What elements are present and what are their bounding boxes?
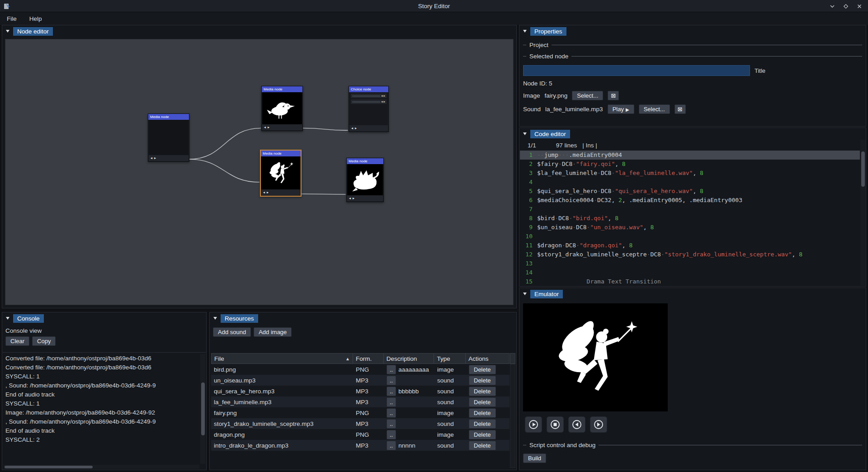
menu-file[interactable]: File bbox=[7, 15, 17, 22]
table-row[interactable]: dragon.pngPNG..imageDelete bbox=[211, 429, 509, 440]
code-line-15[interactable]: 15 Drama Text Transition bbox=[520, 277, 860, 286]
collapse-icon[interactable] bbox=[523, 132, 527, 136]
code-line-13[interactable]: 13 bbox=[520, 259, 860, 268]
code-line-6[interactable]: 6$mediaChoice0004·DC32, 2, .mediaEntry00… bbox=[520, 196, 860, 205]
graph-node-start[interactable]: Media node◂▸ bbox=[148, 113, 189, 162]
media-forward-icon[interactable]: ▸ bbox=[267, 190, 269, 194]
code-line-5[interactable]: 5$qui_sera_le_hero·DC8·"qui_sera_le_hero… bbox=[520, 187, 860, 196]
console-vscrollbar[interactable] bbox=[200, 354, 205, 464]
code-line-7[interactable]: 7 bbox=[520, 205, 860, 214]
add-sound-button[interactable]: Add sound bbox=[213, 327, 251, 337]
media-forward-icon[interactable]: ▸ bbox=[268, 125, 269, 129]
resources-vscrollbar[interactable] bbox=[510, 364, 515, 468]
collapse-icon[interactable] bbox=[5, 316, 10, 321]
delete-button[interactable]: Delete bbox=[469, 397, 496, 407]
build-button[interactable]: Build bbox=[523, 453, 546, 463]
table-row[interactable]: qui_sera_le_hero.mp3MP3..bbbbbbsoundDele… bbox=[211, 386, 509, 396]
code-vscroll-thumb[interactable] bbox=[861, 151, 865, 187]
choice-option-row[interactable]: ◂▸ bbox=[351, 94, 387, 98]
code-line-3[interactable]: 3$la_fee_luminelle·DC8·"la_fee_luminelle… bbox=[520, 169, 860, 178]
collapse-icon[interactable] bbox=[523, 292, 527, 296]
collapse-icon[interactable] bbox=[213, 316, 217, 321]
description-edit-button[interactable]: .. bbox=[387, 365, 396, 374]
stop-button[interactable] bbox=[547, 416, 564, 433]
table-row[interactable]: fairy.pngPNG..imageDelete bbox=[211, 407, 509, 418]
description-edit-button[interactable]: .. bbox=[387, 419, 396, 429]
description-edit-button[interactable]: .. bbox=[387, 441, 396, 450]
delete-button[interactable]: Delete bbox=[469, 387, 496, 396]
add-image-button[interactable]: Add image bbox=[254, 327, 292, 337]
menu-help[interactable]: Help bbox=[29, 15, 42, 22]
media-back-icon[interactable]: ◂ bbox=[381, 94, 383, 98]
code-vscrollbar[interactable] bbox=[860, 140, 865, 286]
code-line-4[interactable]: 4 bbox=[520, 178, 860, 187]
node-editor-title[interactable]: Node editor bbox=[13, 27, 53, 36]
description-edit-button[interactable]: .. bbox=[387, 376, 396, 385]
delete-button[interactable]: Delete bbox=[469, 430, 496, 439]
description-edit-button[interactable]: .. bbox=[387, 397, 396, 407]
console-log[interactable]: Converted file: /home/anthony/ostproj/ba… bbox=[3, 352, 206, 469]
table-row[interactable]: intro_drako_le_dragon.mp3MP3..nnnnnsound… bbox=[211, 440, 509, 451]
column-header-actions[interactable]: Actions bbox=[466, 354, 509, 363]
copy-button[interactable]: Copy bbox=[32, 336, 56, 346]
description-edit-button[interactable]: .. bbox=[387, 408, 396, 418]
delete-button[interactable]: Delete bbox=[469, 441, 496, 450]
code-line-8[interactable]: 8$bird·DC8·"bird.qoi", 8 bbox=[520, 214, 860, 223]
console-vscroll-thumb[interactable] bbox=[201, 382, 205, 435]
code-lines[interactable]: 1--jump···.mediaEntry00042$fairy·DC8·"fa… bbox=[520, 151, 860, 286]
column-header-file[interactable]: File ▲ bbox=[212, 354, 353, 363]
delete-button[interactable]: Delete bbox=[469, 408, 496, 418]
step-forward-button[interactable] bbox=[590, 416, 607, 433]
graph-node-choice[interactable]: Choice node◂▸◂▸◂▸ bbox=[349, 86, 389, 132]
column-header-type[interactable]: Type bbox=[434, 354, 466, 363]
maximize-button[interactable] bbox=[843, 3, 849, 9]
console-hscroll-thumb[interactable] bbox=[5, 466, 93, 468]
code-line-12[interactable]: 12$story1_drako_luminelle_sceptre·DC8·"s… bbox=[520, 250, 860, 259]
code-line-9[interactable]: 9$un_oiseau·DC8·"un_oiseau.wav", 8 bbox=[520, 223, 860, 232]
delete-button[interactable]: Delete bbox=[469, 376, 496, 385]
collapse-icon[interactable] bbox=[5, 29, 10, 33]
sound-clear-button[interactable]: ⊠ bbox=[675, 104, 686, 114]
media-back-icon[interactable]: ◂ bbox=[349, 196, 351, 200]
table-row[interactable]: la_fee_luminelle.mp3MP3..soundDelete bbox=[211, 396, 509, 407]
code-line-1[interactable]: 1--jump···.mediaEntry0004 bbox=[520, 151, 860, 160]
media-forward-icon[interactable]: ▸ bbox=[355, 126, 357, 130]
delete-button[interactable]: Delete bbox=[469, 365, 496, 374]
graph-node-bird[interactable]: Media node◂▸ bbox=[261, 86, 303, 131]
clear-button[interactable]: Clear bbox=[5, 336, 29, 346]
media-forward-icon[interactable]: ▸ bbox=[154, 156, 156, 160]
play-button[interactable] bbox=[525, 416, 542, 433]
code-line-10[interactable]: 10 bbox=[520, 232, 860, 241]
image-clear-button[interactable]: ⊠ bbox=[608, 91, 619, 100]
resources-title[interactable]: Resources bbox=[221, 314, 258, 323]
code-line-11[interactable]: 11$dragon·DC8·"dragon.qoi", 8 bbox=[520, 241, 860, 250]
sound-play-button[interactable]: Play▶ bbox=[608, 104, 634, 114]
code-editor-title[interactable]: Code editor bbox=[530, 130, 570, 138]
column-header-form[interactable]: Form. bbox=[353, 354, 384, 363]
description-edit-button[interactable]: .. bbox=[387, 430, 396, 439]
media-forward-icon[interactable]: ▸ bbox=[353, 196, 354, 200]
column-header-description[interactable]: Description bbox=[384, 354, 434, 363]
media-back-icon[interactable]: ◂ bbox=[381, 100, 383, 104]
media-back-icon[interactable]: ◂ bbox=[264, 125, 266, 129]
media-forward-icon[interactable]: ▸ bbox=[383, 100, 385, 104]
code-line-2[interactable]: 2$fairy·DC8·"fairy.qoi", 8 bbox=[520, 160, 860, 169]
code-line-14[interactable]: 14 bbox=[520, 268, 860, 277]
description-edit-button[interactable]: .. bbox=[387, 387, 396, 396]
table-row[interactable]: story1_drako_luminelle_sceptre.mp3MP3..s… bbox=[211, 418, 509, 429]
console-hscrollbar[interactable] bbox=[4, 465, 199, 469]
image-select-button[interactable]: Select... bbox=[572, 91, 603, 100]
graph-node-dragon[interactable]: Media node◂▸ bbox=[346, 158, 384, 202]
minimize-button[interactable] bbox=[829, 3, 835, 9]
delete-button[interactable]: Delete bbox=[469, 419, 496, 429]
media-back-icon[interactable]: ◂ bbox=[151, 156, 152, 160]
properties-title[interactable]: Properties bbox=[530, 27, 566, 36]
step-back-button[interactable] bbox=[568, 416, 585, 433]
title-input[interactable] bbox=[523, 65, 750, 76]
choice-option-row[interactable]: ◂▸ bbox=[351, 99, 387, 104]
collapse-icon[interactable] bbox=[523, 29, 527, 33]
console-title[interactable]: Console bbox=[13, 314, 44, 323]
media-back-icon[interactable]: ◂ bbox=[351, 126, 353, 130]
close-button[interactable] bbox=[856, 3, 863, 9]
media-back-icon[interactable]: ◂ bbox=[263, 190, 265, 194]
